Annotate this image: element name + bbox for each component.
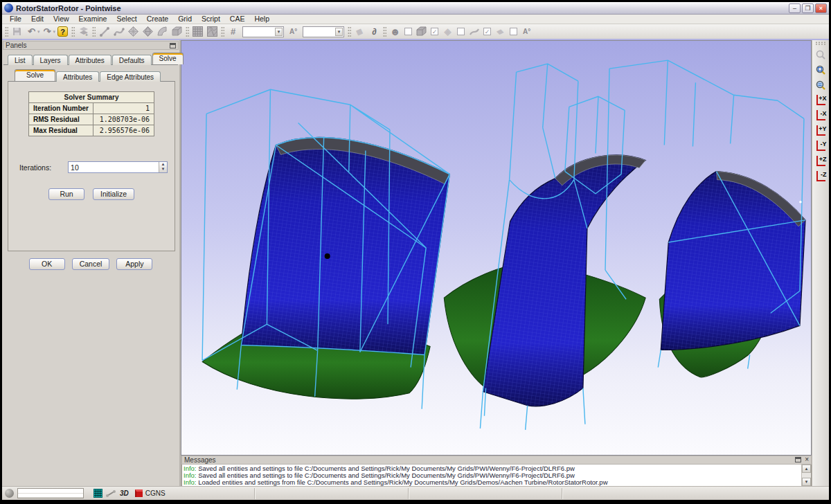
- apply-button[interactable]: Apply: [116, 258, 152, 270]
- menu-help[interactable]: Help: [249, 15, 274, 24]
- initialize-diamond-icon[interactable]: ◆: [350, 23, 368, 40]
- mask-icon[interactable]: ☻: [388, 25, 402, 38]
- row-value-iteration: 1: [93, 103, 154, 114]
- menu-view[interactable]: View: [48, 15, 74, 24]
- cae-solver-icon[interactable]: [135, 489, 143, 497]
- panel-tab-bar: List Layers Attributes Defaults Solve: [2, 51, 179, 64]
- tab-defaults[interactable]: Defaults: [112, 55, 152, 65]
- connector-visibility-icon[interactable]: [467, 25, 481, 38]
- scroll-up-icon[interactable]: ▲: [802, 465, 811, 473]
- initialize-button[interactable]: Initialize: [93, 188, 134, 200]
- redo-icon[interactable]: ↷: [40, 25, 55, 38]
- cancel-button[interactable]: Cancel: [72, 258, 110, 270]
- zoom-box-icon[interactable]: [814, 62, 828, 77]
- menu-create[interactable]: Create: [142, 15, 174, 24]
- tab-attributes[interactable]: Attributes: [69, 55, 111, 65]
- restore-button[interactable]: ❐: [802, 3, 814, 13]
- connector-mode-icon[interactable]: [105, 489, 116, 498]
- mask-visibility-checkbox[interactable]: [404, 28, 412, 35]
- menu-select[interactable]: Select: [111, 15, 141, 24]
- viewport-3d[interactable]: [181, 40, 812, 456]
- messages-scrollbar[interactable]: ▲ ▼: [801, 465, 811, 486]
- cae-solver-label[interactable]: CGNS: [145, 489, 166, 497]
- undo-icon[interactable]: ↶: [24, 25, 39, 38]
- panels-caption[interactable]: Panels: [3, 41, 179, 50]
- subtab-attributes[interactable]: Attributes: [56, 71, 99, 82]
- chevron-down-icon[interactable]: ▾: [275, 28, 283, 36]
- context-help-button[interactable]: ?: [55, 25, 70, 38]
- view-minus-z-button[interactable]: -Z: [814, 169, 828, 183]
- undo-caret-icon[interactable]: ▾: [37, 29, 40, 35]
- iterations-spinbox[interactable]: 10 ▲▼: [68, 161, 168, 173]
- dimension-mode-label[interactable]: 3D: [120, 489, 129, 497]
- create-block-icon[interactable]: [170, 25, 184, 38]
- status-input[interactable]: [17, 488, 84, 498]
- connector-visibility-checkbox[interactable]: [483, 28, 491, 35]
- subtab-edge-attributes[interactable]: Edge Attributes: [100, 71, 161, 82]
- app-icon: [4, 3, 13, 12]
- tab-solve[interactable]: Solve: [152, 53, 184, 64]
- domain-visibility-checkbox[interactable]: [457, 28, 465, 35]
- block-visibility-checkbox[interactable]: [431, 28, 438, 35]
- close-button[interactable]: ×: [815, 3, 827, 13]
- run-button[interactable]: Run: [48, 188, 84, 200]
- tab-list[interactable]: List: [8, 55, 33, 65]
- toolbar-grip[interactable]: [186, 26, 189, 37]
- zoom-extents-icon[interactable]: [814, 78, 828, 92]
- assemble-icon[interactable]: +: [76, 25, 91, 38]
- view-plus-y-button[interactable]: +Y: [814, 123, 828, 138]
- menu-grid[interactable]: Grid: [173, 15, 197, 24]
- view-plus-z-button[interactable]: +Z: [814, 154, 828, 168]
- database-visibility-icon[interactable]: ◆: [492, 26, 509, 37]
- create-extrude-icon[interactable]: [155, 25, 170, 38]
- angle-combobox[interactable]: ▾: [303, 26, 344, 37]
- title-bar[interactable]: RotorStatorRotor - Pointwise – ❐ ×: [2, 2, 829, 15]
- axis-icon: -Z: [815, 171, 827, 181]
- block-visibility-icon[interactable]: [414, 25, 429, 38]
- create-domain-unstructured-icon[interactable]: [141, 25, 155, 38]
- app-window: RotorStatorRotor - Pointwise – ❐ × File …: [2, 2, 829, 500]
- toolbar-grip[interactable]: [383, 26, 386, 37]
- menu-cae[interactable]: CAE: [225, 15, 250, 24]
- create-domain-structured-icon[interactable]: [126, 25, 141, 38]
- menu-file[interactable]: File: [5, 15, 26, 24]
- zoom-last-icon[interactable]: [814, 47, 828, 62]
- database-visibility-checkbox[interactable]: [510, 28, 517, 35]
- ok-button[interactable]: OK: [29, 258, 65, 270]
- domain-visibility-icon[interactable]: ◈: [440, 25, 455, 38]
- toolbar-grip[interactable]: [815, 42, 826, 45]
- messages-log: Info: Saved all entities and settings to…: [182, 465, 801, 486]
- dock-float-icon[interactable]: [170, 43, 176, 48]
- dock-float-icon[interactable]: [795, 457, 801, 462]
- partial-derivative-icon[interactable]: ∂: [367, 25, 382, 38]
- toolbar-grip[interactable]: [348, 26, 351, 37]
- view-minus-x-button[interactable]: -X: [814, 108, 828, 123]
- toolbar-grip[interactable]: [92, 26, 96, 37]
- save-icon[interactable]: [10, 25, 24, 38]
- toolbar-grip[interactable]: [5, 26, 8, 37]
- create-curve-icon[interactable]: [111, 25, 126, 38]
- menu-edit[interactable]: Edit: [26, 15, 48, 24]
- row-value-rms: 1.208703e-06: [93, 114, 154, 125]
- menu-examine[interactable]: Examine: [74, 15, 112, 24]
- spinner-arrows-icon[interactable]: ▲▼: [159, 162, 167, 172]
- messages-caption[interactable]: Messages ×: [181, 456, 812, 465]
- create-connector-icon[interactable]: [97, 25, 111, 38]
- dimension-combobox[interactable]: ▾: [242, 26, 284, 37]
- toolbar-grip[interactable]: [71, 26, 75, 37]
- toolbar-grip[interactable]: [221, 26, 224, 37]
- tab-layers[interactable]: Layers: [33, 55, 68, 65]
- menu-script[interactable]: Script: [197, 15, 225, 24]
- view-plus-x-button[interactable]: +X: [814, 93, 828, 107]
- window-title: RotorStatorRotor - Pointwise: [16, 4, 787, 12]
- selected-point-marker[interactable]: [325, 253, 330, 259]
- grid-unstructured-icon[interactable]: [205, 25, 220, 38]
- minimize-button[interactable]: –: [789, 3, 801, 13]
- subtab-solve[interactable]: Solve: [15, 69, 55, 81]
- scroll-down-icon[interactable]: ▼: [802, 478, 811, 486]
- grid-mode-icon[interactable]: [93, 489, 102, 498]
- chevron-down-icon[interactable]: ▾: [335, 28, 343, 36]
- view-minus-y-button[interactable]: -Y: [814, 138, 828, 153]
- close-icon[interactable]: ×: [805, 456, 809, 463]
- grid-structured-icon[interactable]: [190, 25, 205, 38]
